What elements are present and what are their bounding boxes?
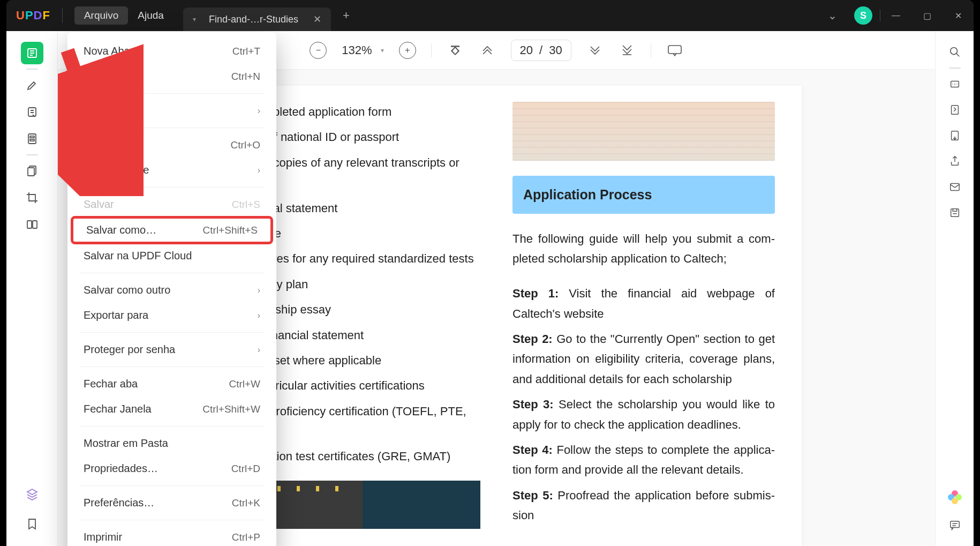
- menu-imprimir[interactable]: ImprimirCtrl+P: [67, 525, 276, 546]
- tab-close-button[interactable]: ✕: [313, 13, 321, 25]
- svg-rect-6: [28, 168, 34, 176]
- presentation-button[interactable]: [666, 42, 683, 59]
- menu-fechar-janela[interactable]: Fechar JanelaCtrl+Shift+W: [67, 397, 276, 422]
- divider: [62, 8, 63, 23]
- menu-separator: [79, 187, 265, 188]
- svg-rect-7: [27, 221, 32, 228]
- svg-rect-9: [668, 46, 681, 54]
- edit-tool-button[interactable]: [21, 101, 43, 123]
- pdf-page: The completed application formCopies of …: [191, 86, 802, 546]
- compress-button[interactable]: [945, 100, 965, 120]
- save-button[interactable]: [945, 203, 965, 223]
- step-item: Step 2: Go to the "Currently Open" secti…: [512, 329, 775, 389]
- chevron-right-icon: ›: [258, 166, 260, 175]
- comment-button[interactable]: [945, 515, 965, 535]
- maximize-button[interactable]: ▢: [911, 5, 943, 26]
- total-pages: 30: [549, 43, 562, 57]
- right-toolbar: [935, 31, 974, 546]
- layers-button[interactable]: [21, 483, 43, 505]
- menu-proteger[interactable]: Proteger por senha›: [67, 337, 276, 362]
- email-button[interactable]: [945, 177, 965, 197]
- menu-preferencias[interactable]: Preferências…Ctrl+K: [67, 490, 276, 515]
- menu-salvar-como[interactable]: Salvar como…Ctrl+Shift+S: [73, 219, 270, 242]
- step-item: Step 1: Visit the financial aid webpage …: [512, 283, 775, 324]
- reader-mode-button[interactable]: [21, 42, 43, 64]
- menu-criar[interactable]: Criar›: [67, 98, 276, 123]
- step-item: Step 5: Proofread the application before…: [512, 485, 775, 526]
- svg-rect-1: [28, 108, 36, 116]
- svg-rect-3: [30, 136, 34, 138]
- menu-arquivo[interactable]: Arquivo: [74, 6, 128, 25]
- page-tool-button[interactable]: [21, 128, 43, 150]
- crop-tool-button[interactable]: [21, 186, 43, 209]
- chevron-right-icon: ›: [258, 286, 260, 295]
- menu-propriedades[interactable]: Propriedades…Ctrl+D: [67, 456, 276, 481]
- search-button[interactable]: [945, 42, 965, 62]
- organize-tool-button[interactable]: [21, 160, 43, 182]
- menu-fechar-aba[interactable]: Fechar abaCtrl+W: [67, 371, 276, 397]
- ocr-button[interactable]: [945, 74, 965, 94]
- zoom-level: 132%: [342, 43, 372, 57]
- step-label: Step 5:: [512, 489, 553, 502]
- chevron-right-icon: ›: [258, 106, 260, 116]
- menu-salvar-cloud[interactable]: Salvar na UPDF Cloud: [67, 243, 276, 268]
- right-column: Application Process The following guide …: [512, 102, 775, 530]
- menu-ajuda[interactable]: Ajuda: [128, 6, 174, 25]
- titlebar: UPDF Arquivo Ajuda ▾ Find-and-…r-Studies…: [6, 0, 974, 31]
- document-tab[interactable]: ▾ Find-and-…r-Studies ✕: [183, 8, 331, 31]
- svg-rect-8: [33, 221, 37, 228]
- menu-separator: [79, 128, 265, 128]
- menu-separator: [79, 426, 265, 427]
- step-item: Step 4: Follow the steps to complete the…: [512, 440, 775, 480]
- first-page-button[interactable]: [447, 42, 464, 59]
- intro-paragraph: The following guide will help you submit…: [512, 229, 775, 269]
- bookmark-button[interactable]: [21, 513, 43, 535]
- tab-chevron-icon: ▾: [193, 16, 196, 23]
- menu-separator: [79, 273, 265, 273]
- left-toolbar: [6, 31, 58, 546]
- share-button[interactable]: [945, 151, 965, 171]
- zoom-in-button[interactable]: +: [399, 42, 416, 59]
- close-button[interactable]: ✕: [943, 5, 974, 26]
- menu-separator: [79, 485, 265, 486]
- svg-rect-14: [950, 184, 959, 191]
- menu-salvar: SalvarCtrl+S: [67, 192, 276, 217]
- prev-page-button[interactable]: [479, 42, 496, 59]
- compare-tool-button[interactable]: [21, 213, 43, 236]
- page-sep: /: [539, 43, 542, 57]
- zoom-dropdown-icon[interactable]: ▾: [381, 47, 384, 54]
- ai-button[interactable]: [945, 487, 965, 507]
- tab-title: Find-and-…r-Studies: [209, 14, 298, 25]
- menu-abrir-recente[interactable]: Abrir Recente›: [67, 158, 276, 183]
- menu-separator: [79, 93, 265, 94]
- menu-exportar[interactable]: Exportar para›: [67, 303, 276, 328]
- divider: [431, 43, 432, 57]
- svg-rect-2: [28, 134, 36, 144]
- flower-icon: [948, 490, 962, 504]
- step-label: Step 3:: [512, 398, 554, 411]
- step-label: Step 1:: [512, 287, 559, 300]
- divider: [651, 43, 651, 57]
- annotation-highlight: Salvar como…Ctrl+Shift+S: [71, 216, 273, 244]
- chevron-down-icon[interactable]: ⌄: [818, 9, 847, 22]
- app-logo: UPDF: [16, 9, 50, 23]
- menu-mostrar-pasta[interactable]: Mostrar em Pasta: [67, 431, 276, 456]
- menu-salvar-outro[interactable]: Salvar como outro›: [67, 278, 276, 303]
- zoom-out-button[interactable]: −: [310, 42, 327, 59]
- menu-abrir[interactable]: Abrir…Ctrl+O: [67, 132, 276, 158]
- svg-rect-15: [951, 209, 959, 217]
- step-label: Step 4:: [512, 443, 553, 457]
- chevron-right-icon: ›: [258, 311, 260, 320]
- next-page-button[interactable]: [586, 42, 604, 59]
- new-tab-button[interactable]: +: [343, 9, 350, 23]
- highlight-tool-button[interactable]: [21, 74, 43, 96]
- menu-nova-aba[interactable]: Nova AbaCtrl+T: [67, 39, 276, 64]
- menu-nova-janela[interactable]: Nova janelaCtrl+N: [67, 64, 276, 89]
- last-page-button[interactable]: [619, 42, 636, 59]
- page-indicator[interactable]: 20 / 30: [511, 40, 571, 61]
- minimize-button[interactable]: —: [880, 5, 911, 26]
- convert-button[interactable]: [945, 125, 965, 146]
- menu-separator: [79, 520, 265, 520]
- current-page: 20: [520, 43, 533, 57]
- user-avatar[interactable]: S: [854, 6, 872, 25]
